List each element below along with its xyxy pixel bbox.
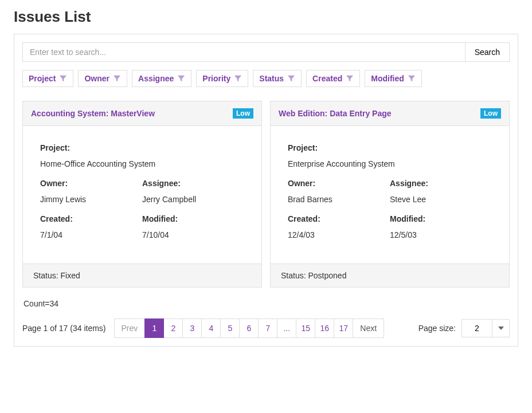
- page-title: Issues List: [14, 8, 518, 26]
- filter-chip-label: Assignee: [138, 74, 174, 83]
- card-header: Web Edition: Data Entry PageLow: [271, 101, 509, 126]
- assignee-value: Jerry Campbell: [142, 195, 244, 204]
- search-input[interactable]: [22, 42, 465, 62]
- filter-icon: [59, 74, 67, 82]
- page-size-label: Page size:: [418, 324, 456, 333]
- pager-page-4[interactable]: 4: [201, 318, 221, 338]
- owner-value: Brad Barnes: [288, 195, 390, 204]
- owner-label: Owner:: [288, 179, 390, 188]
- modified-value: 12/5/03: [390, 230, 492, 239]
- filter-icon: [287, 74, 295, 82]
- filter-chips-row: ProjectOwnerAssigneePriorityStatusCreate…: [22, 70, 510, 87]
- priority-badge: Low: [480, 108, 501, 119]
- pager-ellipsis: ...: [277, 318, 296, 338]
- filter-icon: [59, 74, 67, 82]
- modified-label: Modified:: [390, 214, 492, 223]
- filter-icon: [346, 74, 354, 82]
- filter-chip-priority[interactable]: Priority: [196, 70, 248, 87]
- card-footer: Status: Postponed: [271, 263, 509, 287]
- status-value: Postponed: [308, 271, 346, 280]
- pager-page-16[interactable]: 16: [315, 318, 334, 338]
- filter-chip-label: Owner: [84, 74, 109, 83]
- filter-chip-label: Project: [29, 74, 56, 83]
- issues-panel: Search ProjectOwnerAssigneePriorityStatu…: [14, 34, 518, 347]
- filter-icon: [408, 74, 416, 82]
- project-value: Home-Office Accounting System: [40, 159, 244, 168]
- created-label: Created:: [40, 214, 142, 223]
- filter-chip-label: Modified: [371, 74, 404, 83]
- status-label: Status:: [281, 271, 308, 280]
- owner-label: Owner:: [40, 179, 142, 188]
- pager-next-button[interactable]: Next: [353, 318, 384, 338]
- pager-row: Page 1 of 17 (34 items) Prev1234567...15…: [22, 318, 510, 338]
- card-footer: Status: Fixed: [23, 263, 261, 287]
- project-label: Project:: [288, 143, 492, 152]
- assignee-label: Assignee:: [390, 179, 492, 188]
- card-title[interactable]: Accounting System: MasterView: [31, 109, 155, 118]
- card-title[interactable]: Web Edition: Data Entry Page: [279, 109, 392, 118]
- card-header: Accounting System: MasterViewLow: [23, 101, 261, 126]
- cards-row: Accounting System: MasterViewLowProject:…: [22, 101, 510, 288]
- pager-prev-button[interactable]: Prev: [114, 318, 146, 338]
- filter-icon: [287, 74, 295, 82]
- pager-page-5[interactable]: 5: [220, 318, 240, 338]
- page-size-combo[interactable]: [461, 319, 510, 337]
- owner-value: Jimmy Lewis: [40, 195, 142, 204]
- filter-chip-label: Status: [259, 74, 284, 83]
- filter-icon: [234, 74, 242, 82]
- filter-icon: [346, 74, 354, 82]
- filter-chip-status[interactable]: Status: [253, 70, 302, 87]
- filter-chip-label: Priority: [202, 74, 230, 83]
- project-value: Enterprise Accounting System: [288, 159, 492, 168]
- filter-icon: [234, 74, 242, 82]
- filter-icon: [113, 74, 121, 82]
- modified-value: 7/10/04: [142, 230, 244, 239]
- pager-page-3[interactable]: 3: [182, 318, 202, 338]
- issue-card: Accounting System: MasterViewLowProject:…: [22, 101, 262, 288]
- pager-page-7[interactable]: 7: [258, 318, 277, 338]
- pager-page-17[interactable]: 17: [334, 318, 353, 338]
- pager-buttons: Prev1234567...151617Next: [114, 318, 385, 338]
- card-body: Project:Home-Office Accounting SystemOwn…: [23, 126, 261, 263]
- filter-chip-project[interactable]: Project: [22, 70, 73, 87]
- filter-icon: [408, 74, 416, 82]
- pager-page-1[interactable]: 1: [144, 318, 164, 338]
- filter-icon: [177, 74, 185, 82]
- created-label: Created:: [288, 214, 390, 223]
- filter-chip-modified[interactable]: Modified: [365, 70, 422, 87]
- filter-chip-label: Created: [312, 74, 342, 83]
- filter-icon: [113, 74, 121, 82]
- created-value: 12/4/03: [288, 230, 390, 239]
- created-value: 7/1/04: [40, 230, 142, 239]
- pager-left: Page 1 of 17 (34 items) Prev1234567...15…: [22, 318, 384, 338]
- filter-chip-assignee[interactable]: Assignee: [132, 70, 191, 87]
- search-row: Search: [22, 42, 510, 62]
- card-body: Project:Enterprise Accounting SystemOwne…: [271, 126, 509, 263]
- page-size-input[interactable]: [462, 320, 492, 337]
- pager-info: Page 1 of 17 (34 items): [22, 324, 106, 333]
- page-size-control: Page size:: [418, 319, 510, 337]
- pager-page-2[interactable]: 2: [163, 318, 183, 338]
- count-summary: Count=34: [24, 299, 510, 308]
- search-button[interactable]: Search: [465, 42, 510, 62]
- page-size-caret-button[interactable]: [492, 320, 509, 337]
- project-label: Project:: [40, 143, 244, 152]
- status-label: Status:: [33, 271, 60, 280]
- pager-page-15[interactable]: 15: [296, 318, 315, 338]
- issue-card: Web Edition: Data Entry PageLowProject:E…: [270, 101, 510, 288]
- modified-label: Modified:: [142, 214, 244, 223]
- filter-icon: [177, 74, 185, 82]
- pager-page-6[interactable]: 6: [239, 318, 259, 338]
- filter-chip-owner[interactable]: Owner: [78, 70, 127, 87]
- assignee-value: Steve Lee: [390, 195, 492, 204]
- priority-badge: Low: [233, 108, 253, 119]
- filter-chip-created[interactable]: Created: [306, 70, 360, 87]
- assignee-label: Assignee:: [142, 179, 244, 188]
- status-value: Fixed: [60, 271, 80, 280]
- caret-down-icon: [498, 327, 504, 330]
